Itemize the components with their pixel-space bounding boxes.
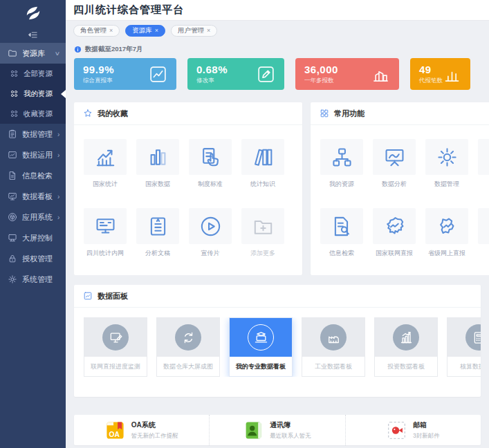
stat-card[interactable]: 99.9% 综合直报率	[74, 58, 176, 90]
function-tile[interactable]: 省级网上直报	[425, 208, 468, 258]
dashboard-tile[interactable]: 工业数据看板	[302, 317, 365, 377]
chevron-down-icon: ∨	[55, 50, 61, 57]
stat-cards: 99.9% 综合直报率 0.68% 修改率 36,000	[74, 58, 489, 90]
tile-label: 分析文稿	[145, 249, 170, 258]
mail-seal-icon	[387, 420, 407, 440]
close-icon[interactable]: ×	[155, 27, 158, 34]
sidebar-item-system-management[interactable]: 系统管理	[0, 269, 66, 290]
function-tile[interactable]: 国家联网直报	[373, 208, 416, 258]
tab[interactable]: 角色管理 ×	[73, 25, 120, 37]
dashboard-title: 数据面板	[74, 285, 481, 308]
sidebar-item-label: 系统管理	[22, 274, 53, 285]
sidebar-item-data-dashboard[interactable]: 数据看板 ›	[0, 186, 66, 207]
shortcut-subtitle: 3封新邮件	[413, 432, 440, 440]
shortcut[interactable]: 邮箱 3封新邮件	[346, 415, 481, 445]
china-map-icon	[383, 215, 406, 238]
doc-search-icon	[331, 215, 353, 238]
tab[interactable]: 用户管理 ×	[171, 25, 217, 37]
tile-label: 投资数据看板	[375, 357, 437, 376]
sidebar-item-auth-management[interactable]: 授权管理	[0, 248, 66, 269]
sidebar-item-label: 信息检索	[22, 171, 53, 181]
chevron-right-icon: ›	[57, 151, 59, 159]
function-tile[interactable]	[478, 139, 489, 189]
clipboard-icon	[8, 129, 17, 139]
tile-label: 核算数据看板	[448, 357, 481, 376]
shortcut-title: OA系统	[131, 420, 178, 430]
factory-icon	[326, 330, 341, 345]
sidebar-item-label: 数据看板	[22, 192, 53, 202]
tile-label: 数据分析	[382, 180, 407, 189]
stat-label: 修改率	[196, 77, 228, 85]
play-circle-icon	[199, 215, 222, 238]
function-tile[interactable]: 信息检索	[320, 208, 363, 258]
shortcut-title: 通讯簿	[270, 420, 311, 430]
sidebar-item-data-management[interactable]: 数据管理 ›	[0, 124, 66, 144]
address-book-icon	[243, 420, 264, 440]
sidebar-item-data-application[interactable]: 数据运用 ›	[0, 144, 66, 165]
shortcut[interactable]: 通讯簿 最近联系人暂无	[210, 415, 345, 445]
doc-icon	[8, 171, 17, 180]
collapse-icon	[28, 30, 38, 40]
tile-label: 数据仓库大屏成图	[157, 357, 219, 376]
stat-value: 36,000	[304, 64, 338, 75]
tile-label: 国家统计	[93, 180, 118, 189]
dashboard-tile[interactable]: 联网直报进度监测	[84, 317, 147, 377]
line-chart-box-icon	[149, 65, 167, 84]
shortcut-subtitle: 最近联系人暂无	[270, 432, 311, 440]
stat-label: 代报笔数	[419, 77, 443, 85]
favorite-tile[interactable]: 国家统计	[84, 139, 127, 189]
data-date-info: 数据截至2017年7月	[74, 44, 489, 54]
tile-label: 国家数据	[145, 180, 170, 189]
functions-title: 常用功能	[311, 102, 489, 125]
dashboard-tile[interactable]: 核算数据看板	[447, 317, 481, 377]
sidebar-item-resource-library[interactable]: 资源库 ∨	[0, 43, 66, 64]
sidebar-item-all-resources[interactable]: 全部资源	[0, 64, 66, 84]
gear-icon	[8, 274, 17, 284]
trend-icon	[94, 146, 117, 169]
chevron-right-icon: ›	[57, 214, 59, 221]
close-icon[interactable]: ×	[207, 27, 210, 34]
grid-dots-icon	[10, 109, 19, 118]
favorite-tile[interactable]: 国家数据	[136, 139, 179, 189]
dashboard-tile[interactable]: 投资数据看板	[374, 317, 438, 377]
gear-icon	[436, 146, 459, 169]
data-date-text: 数据截至2017年7月	[85, 45, 142, 54]
sidebar-item-info-retrieval[interactable]: 信息检索	[0, 165, 66, 186]
stat-card[interactable]: 0.68% 修改率	[187, 58, 284, 90]
favorite-tile[interactable]: 添加更多	[241, 208, 284, 258]
monitor-edit-icon	[109, 330, 123, 345]
panel-icon	[83, 291, 93, 301]
tile-label: 宣传片	[201, 249, 220, 258]
function-tile[interactable]: 数据分析	[373, 139, 416, 189]
dashboard-tile[interactable]: 数据仓库大屏成图	[156, 317, 220, 377]
function-tile[interactable]	[478, 208, 489, 258]
sidebar-item-label: 数据管理	[22, 129, 53, 140]
favorite-tile[interactable]: 统计知识	[241, 139, 284, 189]
stat-value: 49	[419, 64, 443, 75]
favorite-tile[interactable]: 宣传片	[189, 208, 232, 258]
stat-card[interactable]: 49 代报笔数	[410, 58, 470, 90]
folder-plus-icon	[252, 215, 275, 238]
books-icon	[252, 146, 275, 169]
dashboard-tile[interactable]: 我的专业数据看板	[229, 317, 293, 377]
close-icon[interactable]: ×	[109, 27, 113, 34]
tab[interactable]: 资源库 ×	[125, 25, 165, 37]
tile-label: 国家联网直报	[376, 249, 413, 258]
sidebar-item-favorite-resources[interactable]: 收藏资源	[0, 104, 66, 124]
sidebar-nav: 资源库 ∨ 全部资源 我的资源 收藏资源 数据管理 › 数据运用 › 信息检索 …	[0, 43, 66, 290]
sidebar-item-my-resources[interactable]: 我的资源	[0, 84, 66, 104]
sidebar-collapse-button[interactable]	[0, 26, 66, 43]
shortcut[interactable]: OA OA系统 暂无新的工作提醒	[74, 415, 210, 445]
favorite-tile[interactable]: 四川统计内网	[84, 208, 127, 258]
favorite-tile[interactable]: 制度标准	[189, 139, 232, 189]
function-tile[interactable]: 数据管理	[425, 139, 468, 189]
province-map-icon	[436, 215, 459, 238]
sidebar-item-screen-control[interactable]: 大屏控制	[0, 227, 66, 248]
stat-value: 0.68%	[196, 64, 228, 75]
favorite-tile[interactable]: 分析文稿	[136, 208, 179, 258]
stat-card[interactable]: 36,000 一年多报数	[295, 58, 399, 90]
tab-label: 资源库	[132, 26, 152, 35]
sidebar-item-app-systems[interactable]: 应用系统 ›	[0, 207, 66, 227]
function-tile[interactable]: 我的资源	[320, 139, 363, 189]
doc-hand-icon	[199, 146, 222, 169]
